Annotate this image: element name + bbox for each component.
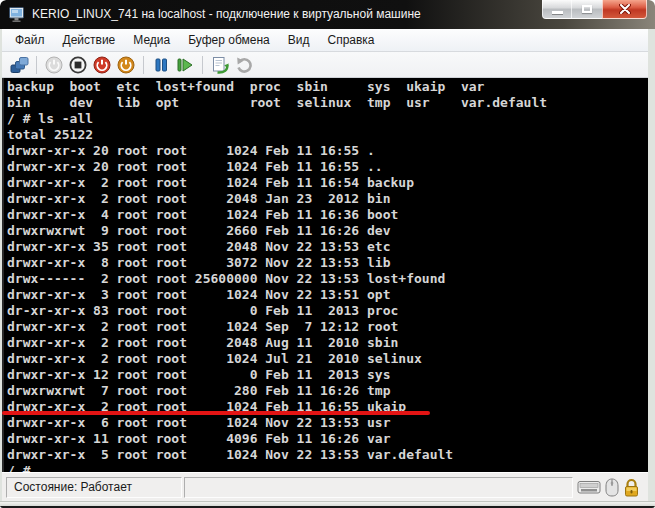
terminal-line: backup boot etc lost+found proc sbin sys… bbox=[7, 79, 648, 95]
terminal-line: drwxr-xr-x 2 root root 1024 Jul 21 2010 … bbox=[7, 351, 648, 367]
terminal-line: drwxr-xr-x 2 root root 2048 Aug 11 2010 … bbox=[7, 335, 648, 351]
terminal-line: drwxr-xr-x 12 root root 0 Feb 11 2013 sy… bbox=[7, 367, 648, 383]
terminal-line: drwxr-xr-x 5 root root 1024 Nov 22 13:53… bbox=[7, 447, 648, 463]
shutdown-icon bbox=[93, 56, 111, 74]
window-title: KERIO_LINUX_741 на localhost - подключен… bbox=[32, 0, 421, 29]
minimize-icon bbox=[552, 11, 563, 14]
terminal-line: total 25122 bbox=[7, 127, 648, 143]
status-bar: Состояние: Работает bbox=[2, 472, 648, 501]
terminal-line: drwxr-xr-x 6 root root 1024 Nov 22 13:53… bbox=[7, 415, 648, 431]
lock-icon bbox=[623, 478, 640, 497]
close-button[interactable] bbox=[602, 0, 647, 19]
vm-connection-window: KERIO_LINUX_741 на localhost - подключен… bbox=[0, 0, 655, 508]
status-panel: Состояние: Работает bbox=[6, 477, 182, 498]
status-label: Состояние: Работает bbox=[14, 480, 132, 494]
terminal-line: drwx------ 2 root root 25600000 Nov 22 1… bbox=[7, 271, 648, 287]
ctrl-alt-del-button[interactable] bbox=[8, 54, 30, 76]
terminal-line: drwxr-xr-x 3 root root 1024 Nov 22 13:51… bbox=[7, 287, 648, 303]
resume-button[interactable] bbox=[174, 54, 196, 76]
menu-bar: ФайлДействиеМедиаБуфер обменаВидСправка bbox=[2, 29, 648, 52]
start-button[interactable] bbox=[43, 54, 65, 76]
checkpoint-button[interactable] bbox=[209, 54, 231, 76]
minimize-button[interactable] bbox=[542, 0, 572, 19]
status-panel-secondary bbox=[184, 477, 573, 498]
maximize-button[interactable] bbox=[572, 0, 602, 19]
toolbar-separator bbox=[143, 56, 144, 74]
terminal-line: drwxr-xr-x 2 root root 1024 Sep 7 12:12 … bbox=[7, 319, 648, 335]
caption-buttons bbox=[542, 0, 647, 19]
menu-item[interactable]: Буфер обмена bbox=[179, 30, 279, 50]
terminal-line: drwxr-xr-x 35 root root 2048 Nov 22 13:5… bbox=[7, 239, 648, 255]
terminal-line: drwxr-xr-x 2 root root 2048 Jan 23 2012 … bbox=[7, 191, 648, 207]
pause-icon bbox=[153, 57, 169, 73]
menu-item[interactable]: Действие bbox=[54, 30, 125, 50]
resume-icon bbox=[176, 57, 194, 73]
vm-monitor-icon bbox=[9, 6, 26, 23]
toolbar-separator bbox=[36, 56, 37, 74]
menu-item[interactable]: Справка bbox=[318, 30, 383, 50]
revert-button[interactable] bbox=[233, 54, 255, 76]
terminal-line: drwxrwxrwt 7 root root 280 Feb 11 16:26 … bbox=[7, 383, 648, 399]
terminal-line: drwxrwxrwt 9 root root 2660 Feb 11 16:26… bbox=[7, 223, 648, 239]
pause-button[interactable] bbox=[150, 54, 172, 76]
menu-item[interactable]: Медиа bbox=[124, 30, 179, 50]
title-bar[interactable]: KERIO_LINUX_741 на localhost - подключен… bbox=[0, 0, 655, 29]
revert-icon bbox=[235, 56, 253, 73]
terminal-line: drwxr-xr-x 20 root root 1024 Feb 11 16:5… bbox=[7, 159, 648, 175]
toolbar bbox=[2, 52, 648, 78]
terminal-line: bin dev lib opt root selinux tmp usr var… bbox=[7, 95, 648, 111]
terminal-line: drwxr-xr-x 20 root root 1024 Feb 11 16:5… bbox=[7, 143, 648, 159]
close-icon bbox=[619, 4, 631, 14]
checkpoint-icon bbox=[211, 56, 230, 74]
terminal-line: drwxr-xr-x 2 root root 1024 Feb 11 16:54… bbox=[7, 175, 648, 191]
turn-off-button[interactable] bbox=[67, 54, 89, 76]
maximize-icon bbox=[582, 5, 592, 13]
menu-item[interactable]: Файл bbox=[6, 30, 54, 50]
keyboard-icon bbox=[577, 478, 601, 496]
turn-off-icon bbox=[69, 56, 87, 74]
status-icons bbox=[573, 478, 644, 497]
terminal-line: drwxr-xr-x 11 root root 4096 Feb 11 16:2… bbox=[7, 431, 648, 447]
highlight-underline-annotation bbox=[2, 411, 430, 415]
terminal-line: drwxr-xr-x 8 root root 3072 Nov 22 13:53… bbox=[7, 255, 648, 271]
mouse-icon bbox=[605, 478, 619, 497]
terminal-line: / # ls -all bbox=[7, 111, 648, 127]
shutdown-button[interactable] bbox=[91, 54, 113, 76]
toolbar-separator bbox=[202, 56, 203, 74]
terminal-line: dr-xr-xr-x 83 root root 0 Feb 11 2013 pr… bbox=[7, 303, 648, 319]
terminal-line: drwxr-xr-x 4 root root 1024 Feb 11 16:36… bbox=[7, 207, 648, 223]
start-icon bbox=[45, 56, 63, 74]
save-icon bbox=[117, 56, 135, 74]
menu-item[interactable]: Вид bbox=[279, 30, 319, 50]
terminal-line: / # _ bbox=[7, 463, 648, 472]
ctrl-alt-del-icon bbox=[10, 56, 29, 74]
window-bottom-frame bbox=[0, 501, 655, 508]
save-button[interactable] bbox=[115, 54, 137, 76]
